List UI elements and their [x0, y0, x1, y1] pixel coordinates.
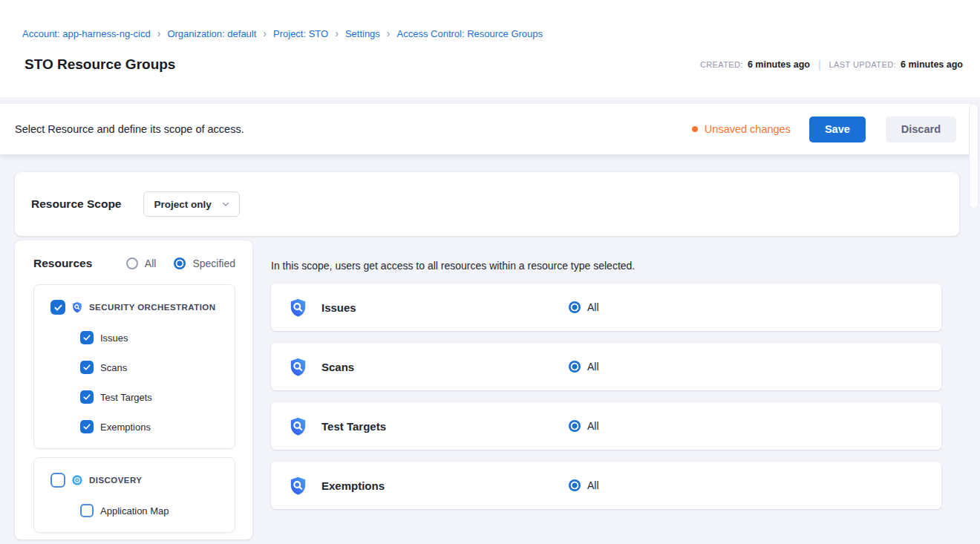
unsaved-changes-indicator: Unsaved changes: [692, 123, 791, 135]
shield-search-icon: [71, 301, 83, 313]
tree-item-label: Issues: [100, 332, 128, 344]
checkbox-scans[interactable]: [80, 361, 94, 374]
radio-all[interactable]: All: [126, 258, 157, 269]
checkbox-security-orchestration[interactable]: [50, 300, 65, 315]
breadcrumb-link-settings[interactable]: Settings: [345, 28, 380, 39]
tree-item-label: Scans: [100, 362, 127, 373]
radio-icon: [126, 258, 138, 269]
chevron-down-icon: [220, 199, 231, 209]
check-icon: [82, 393, 91, 402]
discard-button[interactable]: Discard: [886, 117, 956, 142]
created-updated-meta: CREATED: 6 minutes ago | LAST UPDATED: 6…: [700, 59, 963, 71]
resource-scope-dropdown[interactable]: Project only: [143, 191, 240, 217]
content-area: Resource Scope Project only Resources Al…: [0, 154, 980, 540]
group-label: DISCOVERY: [89, 476, 142, 485]
unsaved-dot-icon: [692, 126, 698, 132]
chevron-right-icon: ›: [387, 28, 391, 39]
resource-group-security-orchestration: SECURITY ORCHESTRATION Issues Scans: [33, 284, 235, 449]
radio-icon: [569, 479, 581, 491]
shield-search-icon: [288, 298, 308, 318]
resource-card-label: Scans: [321, 361, 569, 373]
breadcrumb-link-organization[interactable]: Organization: default: [167, 28, 256, 39]
radio-icon: [569, 420, 581, 432]
created-label: CREATED:: [700, 60, 743, 69]
breadcrumb-link-resource-groups[interactable]: Access Control: Resource Groups: [397, 28, 543, 39]
resource-card-label: Issues: [321, 301, 569, 314]
last-updated-value: 6 minutes ago: [901, 59, 963, 70]
group-label: SECURITY ORCHESTRATION: [89, 303, 216, 312]
resources-mode-radio-group: All Specified: [126, 258, 235, 269]
checkbox-test-targets[interactable]: [80, 390, 94, 404]
resources-title: Resources: [33, 257, 92, 270]
shield-search-icon: [288, 357, 308, 377]
resource-card-issues: Issues All: [271, 284, 941, 331]
radio-specified-label: Specified: [192, 258, 235, 269]
resource-card-label: Exemptions: [321, 479, 569, 492]
check-icon: [82, 333, 91, 342]
radio-all-label: All: [145, 258, 157, 269]
resource-card-exemptions: Exemptions All: [271, 462, 941, 509]
check-icon: [53, 303, 63, 312]
checkbox-exemptions[interactable]: [80, 420, 94, 433]
target-icon: [71, 474, 83, 486]
scope-note: In this scope, users get access to all r…: [271, 260, 941, 272]
resource-group-discovery: DISCOVERY Application Map: [33, 457, 235, 533]
checkbox-application-map[interactable]: [80, 504, 94, 517]
scope-detail-column: In this scope, users get access to all r…: [261, 240, 959, 540]
checkbox-issues[interactable]: [80, 331, 94, 344]
resource-card-test-targets: Test Targets All: [271, 402, 941, 450]
page-title: STO Resource Groups: [24, 56, 175, 73]
access-radio-label: All: [587, 301, 599, 313]
checkbox-discovery[interactable]: [50, 473, 65, 488]
access-radio-all[interactable]: All: [569, 479, 599, 491]
tree-item-label: Exemptions: [100, 422, 151, 433]
check-icon: [82, 422, 91, 431]
access-radio-all[interactable]: All: [569, 361, 599, 373]
resource-scope-label: Resource Scope: [31, 197, 121, 211]
last-updated-label: LAST UPDATED:: [829, 60, 896, 69]
breadcrumb: Account: app-harness-ng-cicd › Organizat…: [0, 28, 980, 39]
toolbar-description: Select Resource and define its scope of …: [15, 123, 244, 135]
access-radio-all[interactable]: All: [569, 301, 599, 313]
resource-scope-card: Resource Scope Project only: [15, 172, 959, 236]
unsaved-changes-label: Unsaved changes: [705, 123, 791, 135]
radio-icon: [174, 258, 186, 269]
radio-icon: [569, 361, 581, 373]
chevron-right-icon: ›: [157, 28, 161, 39]
tree-item-label: Application Map: [100, 505, 169, 517]
shield-search-icon: [288, 416, 308, 436]
access-radio-all[interactable]: All: [569, 420, 599, 432]
shield-search-icon: [288, 476, 308, 496]
meta-divider: |: [818, 59, 821, 71]
check-icon: [82, 363, 91, 372]
resource-scope-selected-value: Project only: [154, 199, 211, 210]
access-radio-label: All: [587, 479, 599, 491]
breadcrumb-link-project[interactable]: Project: STO: [273, 28, 328, 39]
access-radio-label: All: [587, 361, 599, 373]
page-header: Account: app-harness-ng-cicd › Organizat…: [0, 0, 980, 97]
radio-specified[interactable]: Specified: [174, 258, 235, 269]
vertical-scrollbar-thumb[interactable]: [969, 103, 979, 209]
resources-panel: Resources All Specified: [15, 240, 252, 540]
resource-card-label: Test Targets: [321, 420, 569, 433]
chevron-right-icon: ›: [335, 28, 339, 39]
created-value: 6 minutes ago: [748, 59, 810, 70]
tree-item-label: Test Targets: [100, 392, 152, 403]
resource-card-scans: Scans All: [271, 343, 941, 390]
access-radio-label: All: [587, 420, 599, 432]
save-toolbar: Select Resource and define its scope of …: [0, 104, 976, 154]
radio-icon: [569, 301, 581, 313]
breadcrumb-link-account[interactable]: Account: app-harness-ng-cicd: [22, 28, 151, 39]
save-button[interactable]: Save: [809, 117, 866, 142]
chevron-right-icon: ›: [263, 28, 267, 39]
